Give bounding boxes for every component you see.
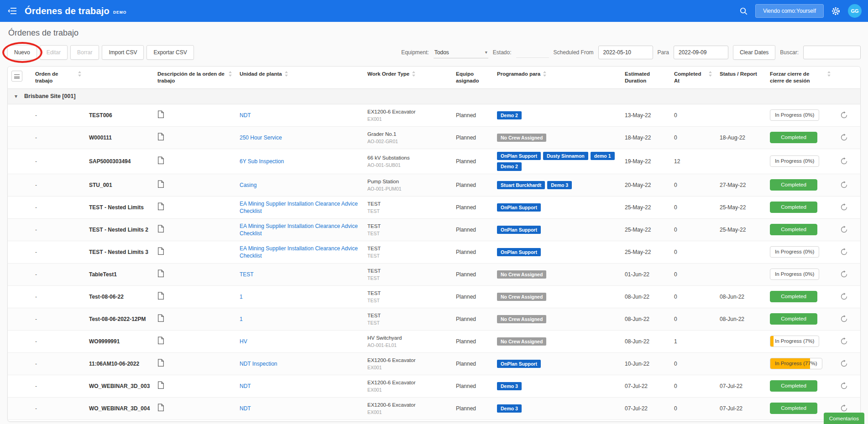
toolbar-button-exportar-csv[interactable]: Exportar CSV — [146, 45, 193, 60]
status-badge[interactable]: In Progress (0%) — [770, 269, 819, 280]
column-header-programado[interactable]: Programado para — [493, 67, 621, 88]
column-header-forzar[interactable]: Forzar cierre de cierre de sesión — [766, 67, 835, 88]
work-orders-panel: Orden de trabajoDescripción de la orden … — [7, 66, 861, 422]
sort-icon[interactable] — [827, 71, 831, 77]
column-header-unidad[interactable]: Unidad de planta — [236, 67, 364, 88]
document-icon[interactable] — [157, 247, 164, 255]
sort-icon[interactable] — [228, 71, 232, 77]
crew-badge: No Crew Assigned — [497, 270, 546, 279]
plant-unit-link[interactable]: EA Mining Supplier Installation Clearanc… — [240, 201, 358, 214]
comments-button[interactable]: Comentarios — [824, 413, 864, 424]
estado-field[interactable] — [516, 47, 549, 58]
status-cell: Completed — [766, 176, 835, 193]
sort-icon[interactable] — [284, 71, 288, 77]
action-cell — [835, 176, 858, 193]
avatar[interactable]: GG — [848, 4, 862, 18]
plant-unit-link[interactable]: TEST — [240, 271, 254, 278]
status-badge[interactable]: Completed — [770, 179, 817, 191]
force-signoff-icon[interactable] — [838, 291, 850, 302]
plant-unit-link[interactable]: EA Mining Supplier Installation Clearanc… — [240, 245, 358, 259]
force-signoff-icon[interactable] — [838, 313, 850, 325]
sort-icon[interactable] — [543, 71, 547, 77]
search-icon[interactable] — [739, 7, 748, 16]
para-input[interactable] — [674, 46, 728, 59]
force-signoff-icon[interactable] — [838, 179, 850, 191]
column-header-orden[interactable]: Orden de trabajo — [31, 67, 85, 88]
status-badge[interactable]: Completed — [770, 313, 817, 325]
toolbar-button-nuevo[interactable]: Nuevo — [7, 45, 37, 60]
plant-unit-link[interactable]: 6Y Sub Inspection — [240, 158, 284, 165]
status-badge[interactable]: In Progress (0%) — [770, 155, 819, 167]
estimated-duration-cell: 19-May-22 — [621, 155, 670, 168]
force-signoff-icon[interactable] — [838, 224, 850, 235]
document-icon[interactable] — [157, 403, 164, 412]
scheduled-from-input[interactable] — [598, 46, 653, 59]
force-signoff-icon[interactable] — [838, 202, 850, 213]
scheduled-for-cell: No Crew Assigned — [493, 268, 621, 282]
column-header-desc[interactable]: Descripción de la orden de trabajo — [154, 67, 236, 88]
plant-unit-link[interactable]: EA Mining Supplier Installation Clearanc… — [240, 223, 358, 237]
document-icon[interactable] — [157, 156, 164, 165]
column-header-label: Work Order Type — [367, 71, 409, 78]
plant-unit-link[interactable]: HV — [240, 338, 247, 345]
plant-unit-link[interactable]: NDT — [240, 405, 251, 412]
sidebar-toggle-icon[interactable] — [6, 5, 18, 17]
status-badge[interactable]: Completed — [770, 224, 817, 235]
sort-icon[interactable] — [412, 71, 416, 77]
work-order-number-cell: - — [31, 246, 85, 259]
sort-icon[interactable] — [708, 71, 712, 77]
status-badge[interactable]: Completed — [770, 132, 817, 143]
table-row: -Test-08-06-221TESTTESTPlannedNo Crew As… — [8, 286, 860, 308]
status-badge[interactable]: In Progress (0%) — [770, 246, 819, 258]
status-badge[interactable]: In Progress (7%) — [770, 336, 819, 347]
status-badge[interactable]: Completed — [770, 380, 817, 392]
force-signoff-icon[interactable] — [838, 246, 850, 258]
row-drag-cell — [8, 205, 31, 210]
document-icon[interactable] — [157, 110, 164, 119]
force-signoff-icon[interactable] — [838, 336, 850, 347]
force-signoff-icon[interactable] — [838, 380, 850, 392]
viewing-as-button[interactable]: Viendo como:Yourself — [755, 4, 824, 18]
column-header-completed[interactable]: Completed At — [670, 67, 716, 88]
document-icon[interactable] — [157, 269, 164, 278]
status-badge[interactable]: Completed — [770, 202, 817, 213]
force-signoff-icon[interactable] — [838, 109, 850, 121]
document-icon[interactable] — [157, 292, 164, 300]
equipment-select[interactable]: Todos ▾ — [434, 47, 488, 58]
plant-unit-link[interactable]: 250 Hour Service — [240, 134, 282, 141]
document-icon[interactable] — [157, 359, 164, 367]
settings-gear-icon[interactable] — [831, 6, 841, 16]
crew-badges: No Crew Assigned — [497, 315, 617, 324]
document-icon[interactable] — [157, 336, 164, 345]
plant-unit-link[interactable]: 1 — [240, 294, 243, 300]
force-signoff-icon[interactable] — [838, 132, 850, 143]
force-signoff-icon[interactable] — [838, 155, 850, 167]
document-icon[interactable] — [157, 381, 164, 389]
description-cell — [154, 244, 236, 260]
document-icon[interactable] — [157, 225, 164, 233]
clear-dates-button[interactable]: Clear Dates — [733, 45, 775, 60]
plant-unit-link[interactable]: NDT — [240, 383, 251, 389]
column-picker-icon[interactable] — [11, 71, 22, 82]
force-signoff-icon[interactable] — [838, 269, 850, 280]
column-header-wo_type[interactable]: Work Order Type — [364, 67, 452, 88]
status-badge[interactable]: Completed — [770, 403, 817, 414]
status-badge[interactable]: Completed — [770, 291, 817, 302]
buscar-input[interactable] — [803, 46, 861, 59]
document-icon[interactable] — [157, 180, 164, 188]
status-badge[interactable]: In Progress (77%) — [770, 358, 822, 369]
sort-icon[interactable] — [78, 71, 82, 77]
plant-unit-cell: NDT — [236, 109, 364, 122]
plant-unit-link[interactable]: Casing — [240, 182, 256, 188]
work-order-name-cell: TEST - Nested Limits 2 — [85, 223, 154, 236]
document-icon[interactable] — [157, 314, 164, 322]
force-signoff-icon[interactable] — [838, 358, 850, 369]
group-collapse-icon[interactable]: ▾ — [12, 93, 20, 99]
document-icon[interactable] — [157, 202, 164, 211]
plant-unit-link[interactable]: 1 — [240, 316, 243, 322]
status-badge[interactable]: In Progress (0%) — [770, 109, 819, 121]
plant-unit-link[interactable]: NDT — [240, 112, 251, 119]
document-icon[interactable] — [157, 133, 164, 141]
toolbar-button-import-csv[interactable]: Import CSV — [102, 45, 144, 60]
plant-unit-link[interactable]: NDT Inspection — [240, 361, 277, 367]
